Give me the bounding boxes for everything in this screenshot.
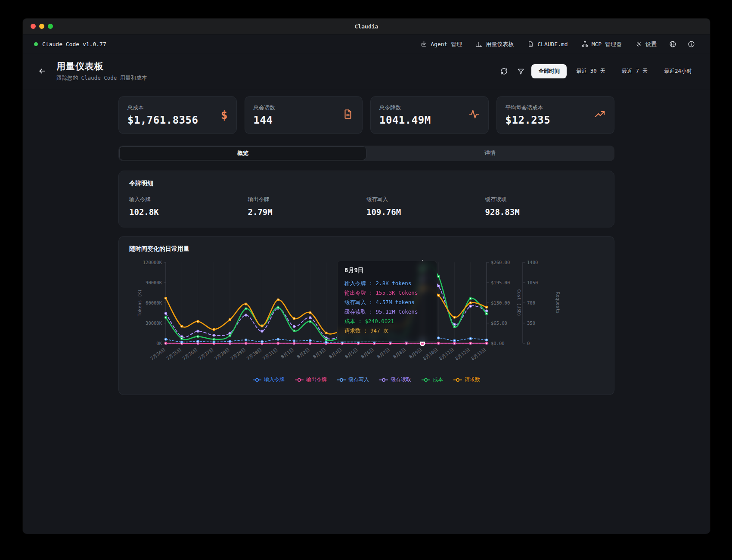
token-label: 输入令牌 (129, 196, 248, 203)
titlebar: Claudia (23, 19, 710, 34)
svg-text:7月31日: 7月31日 (262, 347, 279, 361)
stat-value: $12.235 (506, 114, 551, 126)
svg-text:8月6日: 8月6日 (360, 347, 375, 359)
info-button[interactable] (684, 37, 699, 51)
svg-text:$65.00: $65.00 (491, 320, 507, 326)
svg-text:8月11日: 8月11日 (438, 347, 455, 361)
svg-text:$195.00: $195.00 (491, 280, 510, 285)
svg-text:7月27日: 7月27日 (198, 347, 214, 361)
time-range-1[interactable]: 最近 30 天 (569, 64, 612, 78)
token-breakdown-title: 令牌明细 (129, 180, 604, 187)
svg-text:$260.00: $260.00 (491, 260, 510, 265)
stat-icon (594, 109, 605, 121)
legend-marker-icon (453, 378, 462, 382)
svg-text:1050: 1050 (527, 280, 538, 285)
chart-legend: 输入令牌 输出令牌 缓存写入 缓存读取 成本 请求数 (129, 376, 604, 383)
app-header: Claude Code v1.0.77 Agent 管理用量仪表板CLAUDE.… (23, 34, 710, 54)
info-icon (688, 40, 695, 48)
nav-item-usage[interactable]: 用量仪表板 (471, 37, 519, 51)
tab-details[interactable]: 详情 (366, 146, 614, 159)
window-title: Claudia (23, 23, 710, 30)
filter-button[interactable] (515, 65, 527, 78)
nav-item-settings[interactable]: 设置 (630, 37, 662, 51)
legend-item-输入令牌[interactable]: 输入令牌 (253, 376, 285, 383)
document-icon (527, 41, 534, 47)
back-button[interactable] (34, 63, 50, 79)
globe-icon (669, 40, 676, 48)
svg-text:0K: 0K (156, 341, 162, 346)
status-dot-icon (34, 42, 38, 46)
nav-item-mcp[interactable]: MCP 管理器 (577, 37, 627, 51)
stat-icon (342, 109, 354, 121)
nav-item-label: CLAUDE.md (537, 41, 568, 47)
time-range-0[interactable]: 全部时间 (531, 64, 567, 78)
page-title: 用量仪表板 (56, 60, 147, 72)
tab-overview[interactable]: 概览 (119, 146, 366, 160)
app-version-badge: Claude Code v1.0.77 (34, 41, 106, 47)
stat-icon (468, 109, 480, 121)
main-content: 总成本 $1,761.8356 $ 总会话数 144 总令牌数 1041.49M… (118, 96, 614, 395)
nav-item-label: Agent 管理 (431, 40, 462, 48)
stat-text: 总成本 $1,761.8356 (127, 104, 198, 126)
bar-chart-icon (476, 41, 482, 47)
dollar-icon: $ (221, 109, 228, 121)
language-button[interactable] (665, 37, 680, 51)
time-range-group: 全部时间最近 30 天最近 7 天最近24小时 (531, 64, 699, 78)
legend-item-请求数[interactable]: 请求数 (453, 376, 480, 383)
stat-label: 总会话数 (254, 104, 275, 112)
svg-text:120000K: 120000K (143, 260, 162, 265)
svg-text:8月2日: 8月2日 (296, 347, 310, 359)
page-subtitle: 跟踪您的 Claude Code 用量和成本 (56, 75, 147, 82)
legend-label: 输入令牌 (264, 376, 285, 383)
stat-icon: $ (221, 109, 228, 121)
legend-item-缓存写入[interactable]: 缓存写入 (337, 376, 369, 383)
svg-text:Cost (USD): Cost (USD) (517, 289, 522, 316)
legend-label: 缓存读取 (391, 376, 411, 383)
stat-text: 总会话数 144 (254, 104, 275, 126)
svg-text:7月24日: 7月24日 (149, 347, 166, 361)
svg-text:350: 350 (527, 320, 535, 326)
filter-icon (517, 68, 524, 75)
trend-up-icon (594, 109, 605, 120)
nodes-icon (582, 41, 588, 47)
legend-marker-icon (253, 378, 261, 382)
svg-text:8月12日: 8月12日 (454, 347, 471, 361)
token-breakdown-item: 缓存读取 928.83M (485, 196, 604, 217)
tooltip-row: 缓存读取 : 95.12M tokens (344, 307, 430, 317)
page-header: 用量仪表板 跟踪您的 Claude Code 用量和成本 全部时间最近 30 天… (23, 54, 710, 89)
svg-text:1400: 1400 (527, 260, 538, 265)
stat-card-0: 总成本 $1,761.8356 $ (118, 96, 237, 134)
legend-label: 成本 (433, 376, 443, 383)
svg-text:8月3日: 8月3日 (312, 347, 326, 359)
nav-item-claude-md[interactable]: CLAUDE.md (522, 38, 573, 50)
svg-text:7月29日: 7月29日 (230, 347, 246, 361)
refresh-button[interactable] (498, 65, 510, 78)
robot-icon (421, 41, 427, 47)
token-breakdown-grid: 输入令牌 102.8K输出令牌 2.79M缓存写入 109.76M缓存读取 92… (129, 196, 604, 217)
legend-item-成本[interactable]: 成本 (422, 376, 443, 383)
legend-item-输出令牌[interactable]: 输出令牌 (295, 376, 327, 383)
tooltip-row: 输出令牌 : 155.3K tokens (344, 288, 430, 298)
svg-text:90000K: 90000K (146, 280, 162, 285)
tooltip-date: 8月9日 (344, 267, 430, 274)
token-label: 输出令牌 (248, 196, 367, 203)
svg-text:7月28日: 7月28日 (214, 347, 230, 361)
token-breakdown-item: 输入令牌 102.8K (129, 196, 248, 217)
token-breakdown-item: 缓存写入 109.76M (366, 196, 485, 217)
nav-item-agents[interactable]: Agent 管理 (416, 37, 467, 51)
legend-item-缓存读取[interactable]: 缓存读取 (379, 376, 411, 383)
time-range-3[interactable]: 最近24小时 (657, 64, 699, 78)
svg-text:8月10日: 8月10日 (422, 347, 439, 361)
svg-text:60000K: 60000K (146, 300, 162, 305)
svg-text:Tokens (K): Tokens (K) (137, 289, 142, 316)
legend-label: 请求数 (465, 376, 480, 383)
svg-text:8月13日: 8月13日 (470, 347, 487, 361)
legend-marker-icon (337, 378, 346, 382)
page-title-block: 用量仪表板 跟踪您的 Claude Code 用量和成本 (56, 60, 147, 82)
time-range-2[interactable]: 最近 7 天 (615, 64, 654, 78)
token-value: 109.76M (366, 207, 485, 217)
refresh-icon (500, 68, 508, 75)
token-label: 缓存读取 (485, 196, 604, 203)
chart-tooltip: 8月9日 输入令牌 : 2.8K tokens输出令牌 : 155.3K tok… (337, 261, 437, 342)
token-value: 102.8K (129, 207, 248, 217)
